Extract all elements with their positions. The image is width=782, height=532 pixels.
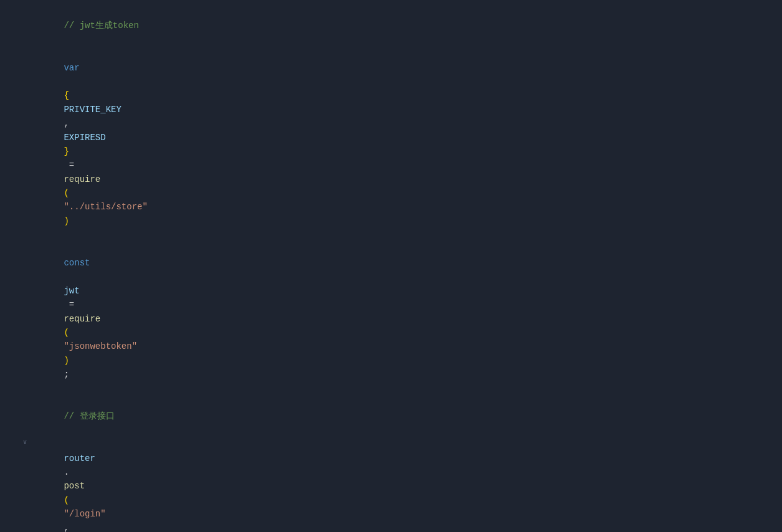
comment-jwt: // jwt生成token bbox=[64, 21, 138, 31]
code-line-2: var { PRIVITE_KEY , EXPIRESD } = require… bbox=[0, 47, 782, 242]
fold-5[interactable]: ∨ bbox=[20, 437, 30, 449]
brace-open: { bbox=[64, 90, 69, 100]
comma: , bbox=[64, 118, 69, 128]
paren-close: ) bbox=[64, 216, 69, 226]
kw-const: const bbox=[64, 258, 90, 268]
require-path: "../utils/store" bbox=[64, 202, 147, 212]
code-editor: // jwt生成token var { PRIVITE_KEY , EXPIRE… bbox=[0, 0, 782, 532]
code-line-1: // jwt生成token bbox=[0, 5, 782, 47]
paren-open: ( bbox=[64, 328, 69, 338]
require-fn: require bbox=[64, 174, 100, 184]
comma: , bbox=[64, 523, 69, 532]
code-line-5: ∨ router . post ( "/login" , async ( req… bbox=[0, 437, 782, 532]
eq: = bbox=[64, 300, 79, 310]
line-content-2: var { PRIVITE_KEY , EXPIRESD } = require… bbox=[30, 47, 782, 242]
jsonwebtoken: "jsonwebtoken" bbox=[64, 341, 137, 351]
router-obj: router bbox=[64, 454, 95, 463]
privite-key: PRIVITE_KEY bbox=[64, 105, 121, 115]
brace-close: } bbox=[64, 146, 69, 156]
dot: . bbox=[64, 467, 69, 477]
expiresd: EXPIRESD bbox=[64, 133, 105, 143]
line-content-4: // 登录接口 bbox=[30, 396, 782, 437]
space bbox=[64, 272, 69, 282]
paren-open: ( bbox=[64, 188, 69, 198]
line-content-3: const jwt = require ( "jsonwebtoken" ) ; bbox=[30, 242, 782, 396]
semi: ; bbox=[64, 369, 69, 379]
paren-open: ( bbox=[64, 495, 69, 505]
line-content-1: // jwt生成token bbox=[30, 5, 782, 47]
paren-close: ) bbox=[64, 356, 69, 366]
line-content-5: router . post ( "/login" , async ( req ,… bbox=[30, 437, 782, 532]
kw-var: var bbox=[64, 63, 79, 73]
code-line-4: // 登录接口 bbox=[0, 396, 782, 437]
eq: = bbox=[64, 160, 79, 170]
comment-login: // 登录接口 bbox=[64, 411, 114, 421]
post-fn: post bbox=[64, 481, 85, 491]
space bbox=[64, 77, 69, 87]
login-path: "/login" bbox=[64, 509, 105, 519]
code-line-3: const jwt = require ( "jsonwebtoken" ) ; bbox=[0, 242, 782, 396]
jwt-var: jwt bbox=[64, 286, 79, 296]
require2-fn: require bbox=[64, 314, 100, 324]
